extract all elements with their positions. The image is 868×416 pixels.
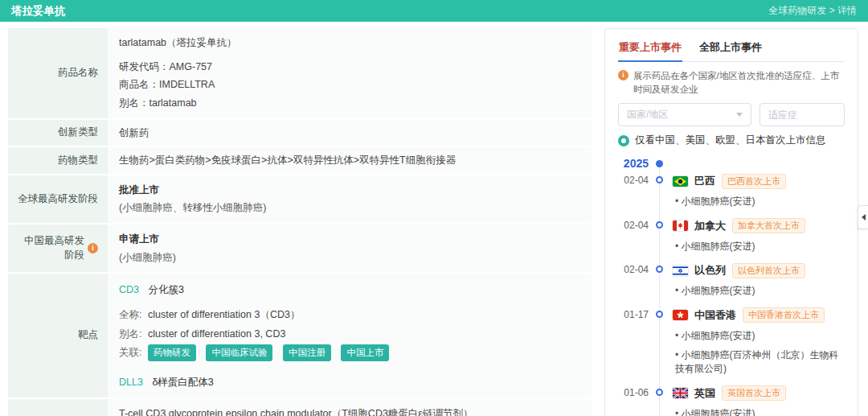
collapse-panel-handle[interactable] <box>858 205 868 229</box>
flag-uk-icon <box>673 388 688 398</box>
drug-alias: 别名：tarlatamab <box>119 95 580 112</box>
event-head: 巴西 巴西首次上市 <box>673 173 845 189</box>
events-note: i 展示药品在各个国家/地区首次批准的适应症、上市时间及研发企业 <box>618 69 845 96</box>
first-launch-badge: 加拿大首次上市 <box>732 218 805 233</box>
global-stage-value: 批准上市 (小细胞肺癌、转移性小细胞肺癌) <box>108 175 592 223</box>
drug-type-label: 药物类型 <box>8 147 108 174</box>
event-indication: 小细胞肺癌(安进) <box>675 329 845 343</box>
china-stage-label-text: 中国最高研发阶段 <box>18 234 84 262</box>
event-indication: 小细胞肺癌(安进) <box>675 240 845 253</box>
target-link-cd3[interactable]: CD3 <box>119 284 139 295</box>
tab-important-launch-events[interactable]: 重要上市事件 <box>618 35 682 62</box>
event-indication: 小细胞肺癌(安进) <box>675 407 845 416</box>
event-indication: 小细胞肺癌(安进) <box>675 284 845 298</box>
timeline-year-node <box>649 160 670 167</box>
event-indication: 小细胞肺癌(百济神州（北京）生物科技有限公司) <box>675 348 845 377</box>
info-row-china-stage: 中国最高研发阶段 i 申请上市 (小细胞肺癌) <box>8 224 592 272</box>
drug-info-table: 药品名称 tarlatamab（塔拉妥单抗） 研发代码：AMG-757 商品名：… <box>8 28 592 416</box>
global-stage-label: 全球最高研发阶段 <box>8 175 108 223</box>
page-header: 塔拉妥单抗 全球药物研发 > 详情 <box>0 0 868 22</box>
country-region-placeholder: 国家/地区 <box>627 108 668 122</box>
info-circle-icon[interactable]: i <box>88 243 98 253</box>
info-row-global-stage: 全球最高研发阶段 批准上市 (小细胞肺癌、转移性小细胞肺癌) <box>8 175 592 223</box>
alias-value: cluster of differentiation 3, CD3 <box>148 328 285 340</box>
event-country: 以色列 <box>694 263 726 278</box>
drug-brand-name: 商品名：IMDELLTRA <box>119 76 580 93</box>
indication-filter-input[interactable] <box>760 103 845 126</box>
timeline-node-col <box>649 218 670 229</box>
target-link-dll3[interactable]: DLL3 <box>119 377 143 388</box>
country-region-select[interactable]: 国家/地区 <box>618 103 751 126</box>
related-badge-rd[interactable]: 药物研发 <box>148 344 196 361</box>
target-dll3-head: DLL3 δ样蛋白配体3 <box>119 374 580 391</box>
flag-hongkong-icon <box>673 310 688 320</box>
tab-all-launch-events[interactable]: 全部上市事件 <box>698 35 763 61</box>
drug-name-label: 药品名称 <box>8 28 108 118</box>
event-indication: 小细胞肺癌(安进) <box>675 195 845 208</box>
event-date: 01-06 <box>618 385 649 398</box>
event-country: 加拿大 <box>694 219 726 233</box>
target-label: 靶点 <box>8 274 108 397</box>
events-note-text: 展示药品在各个国家/地区首次批准的适应症、上市时间及研发企业 <box>633 69 845 96</box>
launch-event-israel: 02-04 以色列 以色列首次上市 小细胞肺癌(安进) <box>618 262 845 303</box>
event-body: 以色列 以色列首次上市 小细胞肺癌(安进) <box>670 262 845 303</box>
arrow-left-icon <box>862 214 866 220</box>
target-value: CD3 分化簇3 全称: cluster of differentiation … <box>108 274 592 397</box>
target-cd3-related: 关联: 药物研发 中国临床试验 中国注册 中国上市 <box>119 344 580 361</box>
china-stage-label: 中国最高研发阶段 i <box>8 224 108 272</box>
innovation-type-label: 创新类型 <box>8 120 108 146</box>
moa-label: 作用机制 <box>8 399 108 416</box>
timeline-node-col <box>649 307 670 318</box>
info-row-innovation-type: 创新类型 创新药 <box>8 120 592 146</box>
event-date: 02-04 <box>618 173 649 186</box>
flag-brazil-icon <box>673 176 688 187</box>
launch-timeline: 2025 02-04 巴西 巴西首次上市 小细胞肺癌(安进) 02-04 <box>618 154 845 416</box>
related-badge-cn-trial[interactable]: 中国临床试验 <box>206 344 272 361</box>
drug-name-value: tarlatamab（塔拉妥单抗） 研发代码：AMG-757 商品名：IMDEL… <box>108 28 592 118</box>
drug-generic-name: tarlatamab（塔拉妥单抗） <box>119 35 580 51</box>
drug-type-value: 生物药>蛋白类药物>免疫球蛋白>抗体>双特异性抗体>双特异性T细胞衔接器 <box>108 147 592 174</box>
timeline-year-row: 2025 <box>618 157 845 170</box>
fullname-value: cluster of differentiation 3（CD3） <box>148 309 300 320</box>
timeline-node-col <box>649 385 670 396</box>
info-row-drug-name: 药品名称 tarlatamab（塔拉妥单抗） 研发代码：AMG-757 商品名：… <box>8 28 592 118</box>
events-filters: 国家/地区 <box>618 103 845 126</box>
timeline-node <box>656 176 663 183</box>
target-cd3-cname: 分化簇3 <box>149 284 184 295</box>
first-launch-badge: 英国首次上市 <box>722 385 786 401</box>
radio-button-icon[interactable] <box>618 135 629 146</box>
event-head: 以色列 以色列首次上市 <box>673 262 845 278</box>
first-launch-badge: 中国香港首次上市 <box>743 307 825 323</box>
related-badge-cn-reg[interactable]: 中国注册 <box>283 344 331 361</box>
moa-value: T-cell CD3 glycoprotein epsilon chain mo… <box>108 399 592 416</box>
timeline-node <box>656 266 663 273</box>
timeline-year: 2025 <box>618 157 649 170</box>
china-stage-scope: (小细胞肺癌) <box>119 249 580 266</box>
event-country: 中国香港 <box>694 308 736 323</box>
launch-event-hongkong: 01-17 中国香港 中国香港首次上市 小细胞肺癌(安进) 小细胞肺癌(百济神州… <box>618 307 845 382</box>
event-body: 中国香港 中国香港首次上市 小细胞肺癌(安进) 小细胞肺癌(百济神州（北京）生物… <box>670 307 845 382</box>
event-country: 英国 <box>694 386 715 401</box>
first-launch-badge: 以色列首次上市 <box>732 263 805 278</box>
timeline-node-col <box>649 262 670 273</box>
related-badge-cn-launch[interactable]: 中国上市 <box>341 344 389 361</box>
event-head: 英国 英国首次上市 <box>673 385 845 402</box>
launch-event-brazil: 02-04 巴西 巴西首次上市 小细胞肺癌(安进) <box>618 173 845 214</box>
timeline-node <box>656 311 663 318</box>
china-stage-name: 申请上市 <box>119 231 580 248</box>
event-date: 01-17 <box>618 307 649 320</box>
chevron-down-icon <box>736 113 743 117</box>
flag-canada-icon <box>673 220 688 231</box>
page-title: 塔拉妥单抗 <box>11 4 66 19</box>
first-launch-filter: 仅看中国、美国、欧盟、日本首次上市信息 <box>618 134 845 147</box>
event-date: 02-04 <box>618 262 649 275</box>
info-row-drug-type: 药物类型 生物药>蛋白类药物>免疫球蛋白>抗体>双特异性抗体>双特异性T细胞衔接… <box>8 147 592 174</box>
alias-label: 别名: <box>119 328 141 340</box>
launch-event-canada: 02-04 加拿大 加拿大首次上市 小细胞肺癌(安进) <box>618 218 845 259</box>
first-launch-badge: 巴西首次上市 <box>722 174 786 189</box>
event-body: 英国 英国首次上市 小细胞肺癌(安进) 转移性小细胞肺癌(安进) <box>670 385 845 416</box>
breadcrumb[interactable]: 全球药物研发 > 详情 <box>768 4 857 18</box>
fullname-label: 全称: <box>119 309 141 320</box>
global-stage-name: 批准上市 <box>119 182 580 199</box>
event-head: 中国香港 中国香港首次上市 <box>673 307 845 323</box>
